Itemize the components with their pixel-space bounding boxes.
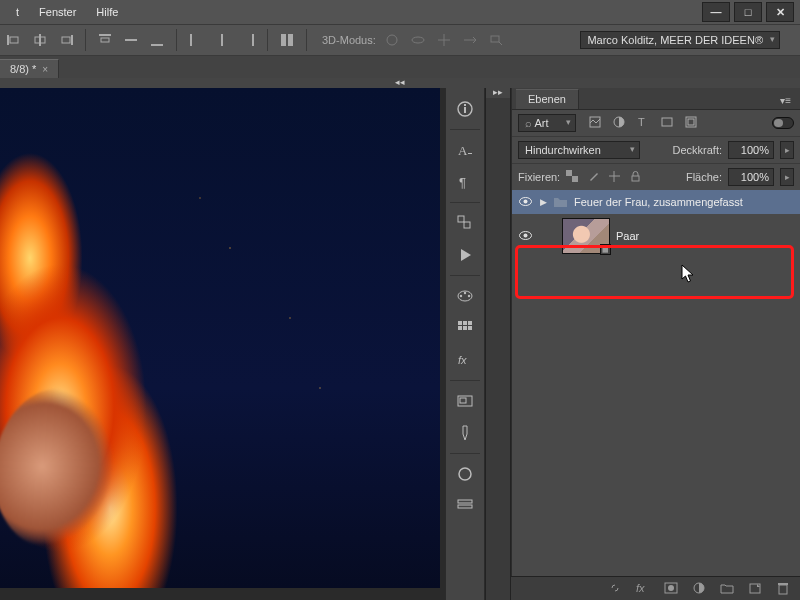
svg-rect-33: [458, 326, 462, 330]
brush-panel-icon[interactable]: [446, 491, 484, 521]
info-panel-icon[interactable]: [446, 94, 484, 124]
svg-rect-32: [468, 321, 472, 325]
close-tab-icon[interactable]: ×: [42, 64, 48, 75]
panel-menu-icon[interactable]: ▾≡: [777, 92, 794, 109]
filter-smart-icon[interactable]: [684, 115, 698, 131]
menu-file-partial[interactable]: t: [6, 4, 29, 20]
fill-flyout-icon[interactable]: ▸: [780, 168, 794, 186]
tool-presets-icon[interactable]: [446, 418, 484, 448]
3d-pan-icon[interactable]: [434, 30, 454, 50]
color-icon[interactable]: [446, 459, 484, 489]
add-mask-icon[interactable]: [664, 581, 678, 597]
align-left-icon[interactable]: [4, 30, 24, 50]
workspace-dropdown[interactable]: Marco Kolditz, MEER DER IDEEN®: [580, 31, 780, 49]
align-right-icon[interactable]: [56, 30, 76, 50]
svg-point-57: [668, 585, 674, 591]
3d-orbit-icon[interactable]: [382, 30, 402, 50]
lock-position-icon[interactable]: [608, 170, 621, 185]
lock-pixels-icon[interactable]: [587, 170, 600, 185]
svg-point-27: [460, 295, 462, 297]
minimize-button[interactable]: —: [702, 2, 730, 22]
navigator-icon[interactable]: [446, 386, 484, 416]
svg-rect-8: [125, 39, 137, 41]
distribute-top-icon[interactable]: [95, 30, 115, 50]
document-tab[interactable]: 8/8) * ×: [0, 59, 59, 78]
lock-all-icon[interactable]: [629, 170, 642, 185]
svg-point-53: [523, 199, 527, 203]
fx-panel-icon[interactable]: fx: [446, 345, 484, 375]
svg-rect-35: [468, 326, 472, 330]
opacity-flyout-icon[interactable]: ▸: [780, 141, 794, 159]
panel-dock: A ¶ fx: [445, 88, 485, 600]
new-layer-icon[interactable]: [748, 581, 762, 597]
layer-list: ▶ Feuer der Frau, zusammengefasst ▦ Paar: [512, 190, 800, 258]
svg-text:fx: fx: [458, 354, 467, 366]
opacity-value[interactable]: 100%: [728, 141, 774, 159]
distribute-right-icon[interactable]: [238, 30, 258, 50]
svg-rect-4: [71, 35, 73, 45]
layers-panel-footer: fx: [511, 576, 800, 600]
link-layers-icon[interactable]: [608, 581, 622, 597]
visibility-toggle-icon[interactable]: [516, 229, 534, 244]
layer-row[interactable]: ▦ Paar: [512, 214, 800, 258]
window-controls: — □ ✕: [702, 2, 794, 22]
delete-layer-icon[interactable]: [776, 581, 790, 597]
svg-point-29: [468, 295, 470, 297]
filter-type-icon[interactable]: T: [636, 115, 650, 131]
svg-rect-47: [688, 119, 694, 125]
close-button[interactable]: ✕: [766, 2, 794, 22]
layer-group-row[interactable]: ▶ Feuer der Frau, zusammengefasst: [512, 190, 800, 214]
expand-icon[interactable]: ▸▸: [486, 88, 510, 98]
character-panel-icon[interactable]: A: [446, 135, 484, 165]
lock-transparency-icon[interactable]: [566, 170, 579, 185]
filter-toggle[interactable]: [772, 117, 794, 129]
fill-value[interactable]: 100%: [728, 168, 774, 186]
3d-slide-icon[interactable]: [460, 30, 480, 50]
panel-collapse-bar[interactable]: ◂◂: [0, 78, 800, 88]
filter-pixel-icon[interactable]: [588, 115, 602, 131]
document-tab-bar: 8/8) * ×: [0, 56, 800, 78]
distribute-hcenter-icon[interactable]: [212, 30, 232, 50]
menu-window[interactable]: Fenster: [29, 4, 86, 20]
twirl-icon[interactable]: ▶: [540, 197, 547, 207]
visibility-toggle-icon[interactable]: [516, 195, 534, 210]
layer-comps-icon[interactable]: [446, 208, 484, 238]
svg-rect-25: [464, 222, 470, 228]
filter-adjust-icon[interactable]: [612, 115, 626, 131]
options-bar: 3D-Modus: Marco Kolditz, MEER DER IDEEN®: [0, 24, 800, 56]
maximize-button[interactable]: □: [734, 2, 762, 22]
distribute-left-icon[interactable]: [186, 30, 206, 50]
distribute-bottom-icon[interactable]: [147, 30, 167, 50]
svg-rect-61: [778, 583, 788, 585]
3d-rotate-icon[interactable]: [408, 30, 428, 50]
play-icon[interactable]: [446, 240, 484, 270]
align-center-h-icon[interactable]: [30, 30, 50, 50]
canvas[interactable]: [0, 88, 445, 600]
new-group-icon[interactable]: [720, 581, 734, 597]
svg-point-28: [464, 292, 466, 294]
blend-mode-dropdown[interactable]: Hindurchwirken: [518, 141, 640, 159]
layer-fx-icon[interactable]: fx: [636, 582, 650, 596]
svg-rect-0: [7, 35, 9, 45]
3d-zoom-icon[interactable]: [486, 30, 506, 50]
svg-rect-60: [779, 585, 787, 594]
swatches-icon[interactable]: [446, 281, 484, 311]
svg-rect-45: [662, 118, 672, 126]
paragraph-panel-icon[interactable]: ¶: [446, 167, 484, 197]
menu-help[interactable]: Hilfe: [86, 4, 128, 20]
auto-align-icon[interactable]: [277, 30, 297, 50]
adjustment-layer-icon[interactable]: [692, 581, 706, 597]
filter-type-dropdown[interactable]: ⌕ Art: [518, 114, 576, 132]
styles-panel-icon[interactable]: [446, 313, 484, 343]
svg-rect-20: [464, 104, 466, 106]
layer-name[interactable]: Paar: [616, 230, 639, 242]
mode3d-label: 3D-Modus:: [322, 34, 376, 46]
filter-shape-icon[interactable]: [660, 115, 674, 131]
svg-text:¶: ¶: [459, 175, 466, 190]
layers-tab[interactable]: Ebenen: [516, 89, 579, 109]
tab-title: 8/8) *: [10, 63, 36, 75]
layer-group-name[interactable]: Feuer der Frau, zusammengefasst: [574, 196, 743, 208]
distribute-vcenter-icon[interactable]: [121, 30, 141, 50]
layer-thumbnail[interactable]: ▦: [562, 218, 610, 254]
svg-point-15: [387, 35, 397, 45]
